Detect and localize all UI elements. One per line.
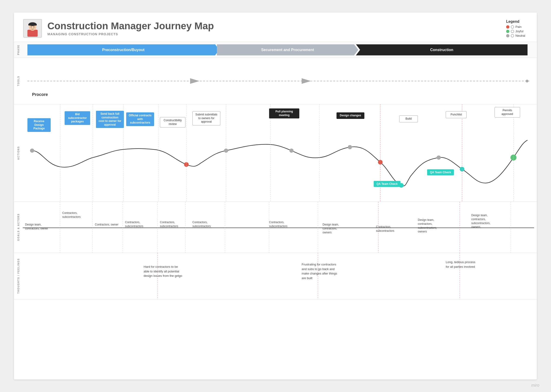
svg-point-4 xyxy=(31,27,32,28)
tools-row: TOOLS Procore xyxy=(14,58,537,104)
thought-2: Long, tedious processfor all parties inv… xyxy=(446,260,492,269)
thought-1: Frustrating for contractorsand subs to g… xyxy=(302,262,355,280)
svg-rect-3 xyxy=(28,24,37,26)
action-bid-subcontractor: Bid subcontractor packages xyxy=(64,111,90,125)
svg-point-9 xyxy=(526,80,529,83)
phase-securement: Securement and Procurement xyxy=(217,44,358,56)
goals-content: Design team,contractors, owner Contracto… xyxy=(23,202,537,253)
legend-title: Legend xyxy=(506,20,525,24)
avatar xyxy=(23,19,42,38)
action-receive-design: Receive Design Package xyxy=(28,118,51,132)
action-send-back: Send back full construction cost to owne… xyxy=(96,111,124,128)
thoughts-label: THOUGHTS / FEELINGS xyxy=(14,253,23,299)
svg-point-14 xyxy=(348,145,352,149)
qa-box-2: QA Team Check xyxy=(427,169,454,175)
pain-dot xyxy=(506,25,509,28)
main-container: Construction Manager Journey Map MANAGIN… xyxy=(14,13,537,379)
phase-construction: Construction xyxy=(356,44,528,56)
pain-circle xyxy=(511,25,514,28)
svg-point-5 xyxy=(34,27,34,28)
action-submittals: Submit submittals to owners for approval xyxy=(193,111,220,126)
joyful-label: Joyful xyxy=(515,29,523,33)
legend-pain: Pain xyxy=(506,25,525,28)
goals-vlines xyxy=(23,202,537,253)
qa-box-1: QA Team Check xyxy=(374,181,401,187)
action-constructibility: Constructibility review xyxy=(160,117,186,127)
svg-marker-7 xyxy=(190,78,199,84)
joyful-circle xyxy=(511,30,514,33)
actions-content: Receive Design Package Bid subcontractor… xyxy=(23,104,537,202)
thought-0: Hard for contractors to beable to identi… xyxy=(144,265,190,278)
procore-label: Procore xyxy=(32,92,48,97)
tools-label: TOOLS xyxy=(14,58,23,104)
legend-neutral: Neutral xyxy=(506,34,525,37)
action-permits: Permits approved xyxy=(494,107,520,118)
page-subtitle: MANAGING CONSTRUCTION PROJECTS xyxy=(47,32,214,36)
legend-joyful: Joyful xyxy=(506,29,525,33)
actions-label: ACTIONS xyxy=(14,104,23,202)
miro-watermark: miro xyxy=(531,383,539,388)
action-punchlist: Punchlist xyxy=(446,111,467,118)
action-build: Build xyxy=(399,115,418,122)
neutral-dot xyxy=(506,34,509,37)
svg-point-13 xyxy=(289,149,293,153)
svg-point-10 xyxy=(30,149,34,153)
tools-content: Procore xyxy=(23,58,537,104)
pain-label: Pain xyxy=(515,25,522,28)
page-title: Construction Manager Journey Map xyxy=(47,21,214,31)
svg-point-17 xyxy=(437,155,441,160)
phase-content: Preconstruction/Buyout Securement and Pr… xyxy=(23,42,537,58)
action-pull-planning: Pull planning meeting xyxy=(269,108,299,119)
tools-svg xyxy=(23,58,537,104)
phase-preconstruction: Preconstruction/Buyout xyxy=(28,44,219,56)
neutral-circle xyxy=(511,34,514,37)
content-area: PHASE Preconstruction/Buyout Securement … xyxy=(14,42,537,379)
goals-row: GOALS & ACTORS Design team,contractors, … xyxy=(14,202,537,253)
joyful-dot xyxy=(506,30,509,33)
svg-rect-0 xyxy=(28,30,38,37)
header-text: Construction Manager Journey Map MANAGIN… xyxy=(47,21,214,36)
phase-label-area: PHASE xyxy=(14,42,23,58)
goals-label: GOALS & ACTORS xyxy=(14,202,23,253)
action-design-changes: Design changes xyxy=(336,112,364,119)
header: Construction Manager Journey Map MANAGIN… xyxy=(14,13,537,42)
action-official-contracts: Official contracts with subcontractors xyxy=(126,112,154,126)
neutral-label: Neutral xyxy=(515,34,525,37)
legend: Legend Pain Joyful Neutral xyxy=(506,20,525,38)
thoughts-content: Hard for contractors to beable to identi… xyxy=(23,253,537,299)
svg-marker-8 xyxy=(302,78,311,84)
phase-row: PHASE Preconstruction/Buyout Securement … xyxy=(14,42,537,58)
phase-label: PHASE xyxy=(17,45,20,55)
actions-row: ACTIONS xyxy=(14,104,537,202)
thoughts-row: THOUGHTS / FEELINGS Hard for contractors… xyxy=(14,253,537,299)
